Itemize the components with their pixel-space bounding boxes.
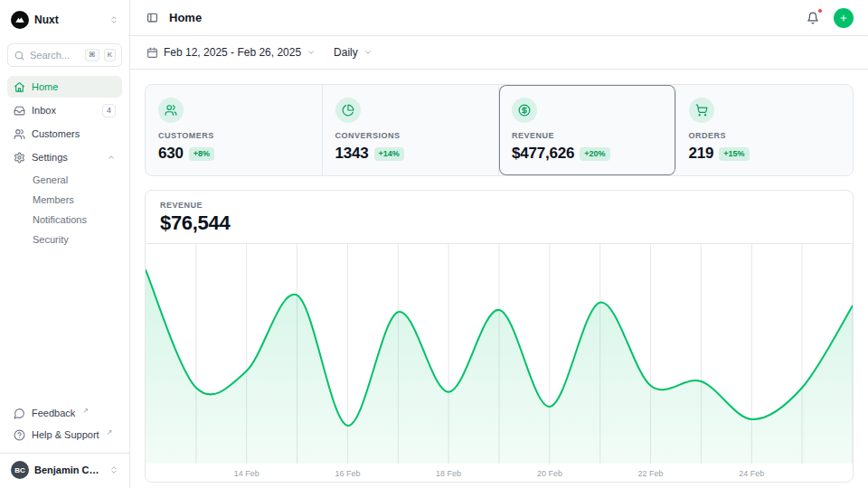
dashboard-content: CUSTOMERS 630 +8% CONVERSIONS 1343 +14% — [130, 70, 868, 488]
panel-left-icon — [146, 12, 158, 23]
stat-delta-badge: +15% — [719, 147, 749, 161]
kbd-cmd: ⌘ — [85, 49, 99, 61]
sidebar-nav: Home Inbox 4 Customers Settings General — [7, 76, 122, 249]
sidebar-spacer — [7, 249, 122, 402]
calendar-icon — [146, 47, 158, 59]
kbd-k: K — [104, 49, 116, 61]
sidebar-item-customers[interactable]: Customers — [7, 123, 122, 145]
date-range-picker[interactable]: Feb 12, 2025 - Feb 26, 2025 — [145, 42, 317, 62]
subnav-label: Security — [33, 234, 69, 245]
stat-value: $477,626 — [512, 145, 574, 163]
add-button[interactable] — [834, 8, 854, 28]
svg-text:18 Feb: 18 Feb — [436, 469, 461, 478]
stat-card-conversions[interactable]: CONVERSIONS 1343 +14% — [323, 85, 500, 175]
chevrons-up-down-icon — [109, 15, 118, 24]
sidebar-item-inbox[interactable]: Inbox 4 — [7, 99, 122, 121]
nuxt-logo-icon — [11, 11, 29, 29]
stat-value: 630 — [158, 145, 184, 163]
chart-title: REVENUE — [160, 201, 838, 210]
footer-link-label: Feedback — [32, 408, 75, 418]
stat-card-customers[interactable]: CUSTOMERS 630 +8% — [146, 85, 323, 175]
pie-chart-icon — [335, 98, 361, 123]
footer-link-label: Help & Support — [32, 429, 99, 440]
avatar: BC — [11, 461, 29, 479]
svg-text:20 Feb: 20 Feb — [537, 469, 562, 478]
sidebar-item-notifications[interactable]: Notifications — [7, 210, 122, 230]
svg-text:24 Feb: 24 Feb — [739, 469, 764, 478]
main-area: Home Feb 12, 2025 - Feb 26, 2025 — [130, 0, 868, 488]
dollar-circle-icon — [512, 98, 537, 123]
stat-label: CUSTOMERS — [158, 131, 309, 140]
notifications-button[interactable] — [805, 10, 821, 26]
sidebar-item-general[interactable]: General — [7, 170, 122, 190]
stat-label: CONVERSIONS — [335, 131, 486, 140]
revenue-area-chart[interactable]: 14 Feb16 Feb18 Feb20 Feb22 Feb24 Feb — [146, 244, 853, 482]
external-link-icon: ↗ — [107, 428, 113, 436]
filter-bar: Feb 12, 2025 - Feb 26, 2025 Daily — [130, 36, 868, 70]
sidebar-item-label: Settings — [32, 152, 68, 163]
stat-delta-badge: +14% — [374, 147, 404, 161]
sidebar-item-settings[interactable]: Settings — [7, 146, 122, 168]
sidebar-item-label: Inbox — [32, 105, 56, 116]
workspace-name: Nuxt — [34, 14, 59, 26]
subnav-label: Members — [33, 194, 74, 205]
sidebar-item-security[interactable]: Security — [7, 230, 122, 249]
sidebar-search: ⌘ K — [7, 43, 122, 67]
chart-body: 14 Feb16 Feb18 Feb20 Feb22 Feb24 Feb — [146, 244, 853, 482]
granularity-label: Daily — [334, 46, 358, 59]
chevron-up-icon — [107, 153, 116, 162]
svg-text:16 Feb: 16 Feb — [335, 469, 360, 478]
inbox-icon — [14, 105, 25, 117]
stat-value: 1343 — [335, 145, 369, 163]
users-icon — [14, 128, 25, 140]
help-circle-icon — [14, 429, 25, 441]
app-root: Nuxt ⌘ K Home Inbox 4 Customers — [0, 0, 868, 488]
stat-card-orders[interactable]: ORDERS 219 +15% — [676, 85, 854, 175]
external-link-icon: ↗ — [82, 407, 89, 415]
message-bubble-icon — [14, 408, 25, 419]
sidebar: Nuxt ⌘ K Home Inbox 4 Customers — [0, 0, 130, 488]
granularity-select[interactable]: Daily — [332, 42, 374, 62]
gear-icon — [14, 152, 25, 164]
stat-delta-badge: +8% — [189, 147, 214, 161]
feedback-link[interactable]: Feedback ↗ — [7, 402, 122, 424]
svg-text:22 Feb: 22 Feb — [638, 469, 664, 478]
subnav-label: Notifications — [33, 214, 87, 225]
notification-dot — [817, 8, 823, 14]
chevron-down-icon — [307, 48, 316, 57]
chevron-down-icon — [363, 48, 373, 57]
stat-value: 219 — [689, 145, 714, 163]
users-icon — [158, 98, 184, 123]
bell-icon — [807, 12, 819, 24]
page-header: Home — [130, 0, 868, 36]
help-support-link[interactable]: Help & Support ↗ — [7, 424, 122, 446]
chart-current-value: $76,544 — [160, 211, 838, 235]
user-name: Benjamin Canac — [34, 465, 104, 475]
revenue-chart-card: REVENUE $76,544 14 Feb16 Feb18 Feb20 Feb… — [145, 190, 854, 483]
stat-label: ORDERS — [689, 131, 841, 140]
plus-icon — [839, 14, 848, 23]
stat-label: REVENUE — [512, 131, 663, 140]
chart-header: REVENUE $76,544 — [146, 191, 853, 244]
subnav-label: General — [33, 174, 68, 185]
home-icon — [14, 81, 25, 93]
sidebar-item-label: Home — [32, 81, 58, 92]
sidebar-toggle-button[interactable] — [145, 10, 160, 25]
inbox-count-badge: 4 — [102, 104, 116, 117]
header-actions — [805, 8, 854, 28]
sidebar-item-home[interactable]: Home — [7, 76, 122, 98]
stat-delta-badge: +20% — [580, 147, 609, 161]
search-input[interactable] — [30, 50, 80, 61]
stat-card-revenue[interactable]: REVENUE $477,626 +20% — [499, 85, 676, 175]
page-title: Home — [169, 11, 202, 24]
date-range-label: Feb 12, 2025 - Feb 26, 2025 — [164, 46, 301, 59]
shopping-cart-icon — [689, 98, 714, 123]
settings-subnav: General Members Notifications Security — [7, 170, 122, 249]
sidebar-item-label: Customers — [32, 128, 80, 139]
sidebar-item-members[interactable]: Members — [7, 190, 122, 210]
user-menu[interactable]: BC Benjamin Canac — [7, 454, 122, 481]
chevrons-up-down-icon — [109, 465, 118, 474]
search-icon — [14, 50, 25, 61]
stats-grid: CUSTOMERS 630 +8% CONVERSIONS 1343 +14% — [145, 84, 854, 176]
workspace-switcher[interactable]: Nuxt — [7, 7, 122, 33]
